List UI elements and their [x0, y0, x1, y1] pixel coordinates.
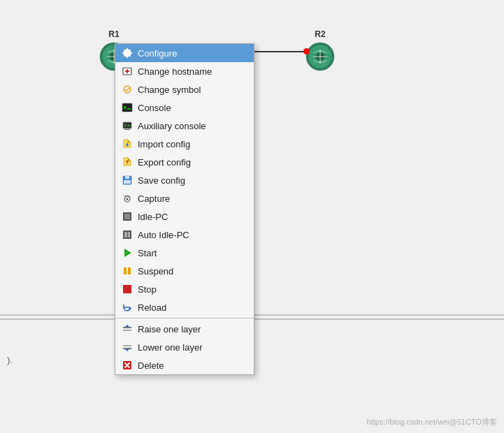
menu-item-configure[interactable]: Configure	[115, 44, 254, 62]
svg-rect-31	[124, 267, 127, 274]
console-label: Console	[138, 103, 171, 113]
svg-rect-36	[123, 345, 131, 346]
reload-label: Reload	[138, 302, 166, 313]
menu-item-change-symbol[interactable]: Change symbol	[115, 80, 254, 98]
menu-item-stop[interactable]: Stop	[115, 280, 254, 298]
svg-rect-33	[123, 285, 131, 293]
change-hostname-icon	[121, 65, 134, 78]
menu-item-export-config[interactable]: Export config	[115, 153, 254, 171]
menu-item-console[interactable]: Console	[115, 98, 254, 117]
auto-idle-pc-label: Auto Idle-PC	[138, 230, 189, 240]
menu-item-change-hostname[interactable]: Change hostname	[115, 62, 254, 80]
lower-one-layer-icon	[121, 341, 134, 353]
console-icon	[121, 101, 134, 114]
menu-item-suspend[interactable]: Suspend	[115, 262, 254, 280]
svg-rect-24	[123, 195, 124, 196]
suspend-icon	[121, 265, 134, 277]
connection-dot	[303, 48, 310, 54]
import-config-label: Import config	[138, 139, 190, 149]
menu-item-idle-pc[interactable]: Idle-PC	[115, 207, 254, 226]
start-icon	[121, 247, 134, 259]
raise-one-layer-label: Raise one layer	[138, 324, 201, 335]
menu-item-capture[interactable]: Capture	[115, 189, 254, 207]
stop-label: Stop	[138, 284, 157, 295]
auxiliary-console-label: Auxiliary console	[138, 121, 206, 131]
auto-idle-pc-icon	[121, 228, 134, 241]
change-symbol-icon	[121, 83, 134, 96]
export-config-icon	[121, 156, 134, 168]
svg-rect-37	[123, 348, 131, 349]
menu-item-reload[interactable]: Reload	[115, 298, 254, 316]
idle-pc-icon	[121, 210, 134, 223]
svg-rect-26	[124, 214, 130, 219]
svg-rect-32	[128, 267, 131, 274]
auxiliary-console-icon	[121, 119, 134, 132]
capture-label: Capture	[138, 193, 170, 204]
menu-item-import-config[interactable]: Import config	[115, 135, 254, 153]
svg-rect-29	[128, 232, 130, 237]
svg-rect-28	[124, 232, 127, 237]
delete-label: Delete	[138, 360, 164, 371]
router-r1-label: R1	[108, 29, 119, 39]
lower-one-layer-label: Lower one layer	[138, 342, 203, 353]
menu-item-raise-one-layer[interactable]: Raise one layer	[115, 320, 254, 338]
raise-one-layer-icon	[121, 323, 134, 335]
svg-rect-20	[125, 176, 129, 179]
suspend-label: Suspend	[138, 266, 173, 277]
export-config-label: Export config	[138, 157, 191, 168]
save-config-icon	[121, 174, 134, 186]
router-r2-icon	[304, 41, 336, 73]
menu-item-delete[interactable]: Delete	[115, 356, 254, 374]
canvas: ). R1 R2	[0, 0, 504, 433]
configure-icon	[121, 47, 134, 59]
change-symbol-label: Change symbol	[138, 85, 201, 95]
svg-marker-30	[124, 249, 131, 257]
menu-separator-1	[115, 318, 254, 318]
router-r2-label: R2	[315, 29, 325, 39]
svg-point-23	[127, 198, 129, 200]
svg-rect-35	[123, 330, 131, 331]
menu-item-auxiliary-console[interactable]: Auxiliary console	[115, 117, 254, 135]
menu-item-auto-idle-pc[interactable]: Auto Idle-PC	[115, 226, 254, 244]
bottom-label: ).	[7, 355, 13, 365]
svg-rect-12	[122, 103, 132, 112]
svg-rect-21	[124, 180, 131, 184]
import-config-icon	[121, 138, 134, 150]
idle-pc-label: Idle-PC	[138, 212, 168, 222]
configure-label: Configure	[138, 48, 177, 59]
svg-rect-34	[123, 327, 131, 328]
capture-icon	[121, 192, 134, 205]
start-label: Start	[138, 248, 157, 258]
context-menu: Configure Change hostname Change symbol	[115, 43, 254, 375]
footer-url: https://blog.csdn.net/wei@51CTO博客	[367, 417, 497, 427]
delete-icon	[121, 359, 134, 372]
reload-icon	[121, 301, 134, 314]
menu-item-lower-one-layer[interactable]: Lower one layer	[115, 338, 254, 356]
menu-item-save-config[interactable]: Save config	[115, 171, 254, 189]
svg-rect-15	[124, 129, 130, 130]
change-hostname-label: Change hostname	[138, 66, 212, 77]
menu-item-start[interactable]: Start	[115, 244, 254, 262]
save-config-label: Save config	[138, 175, 185, 186]
stop-icon	[121, 283, 134, 295]
